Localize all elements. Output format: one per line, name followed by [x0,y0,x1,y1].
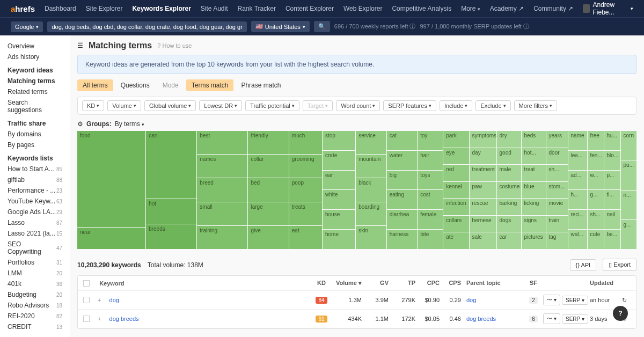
treemap-cell[interactable]: poop [289,178,322,201]
treemap-cell[interactable]: breeds [146,224,196,249]
treemap-cell[interactable]: near [77,228,145,250]
treemap-cell[interactable]: much [289,131,322,154]
treemap-cell[interactable]: g... [588,190,604,209]
treemap-cell[interactable]: boarding [356,202,386,225]
sidebar-list-item[interactable]: Google Ads LA...29 [0,207,70,217]
treemap-cell[interactable]: stop [323,131,355,150]
th-parent-topic[interactable]: Parent topic [461,280,525,287]
treemap-cell[interactable]: stom... [546,182,568,199]
treemap-cell[interactable]: infection [443,199,469,215]
sidebar-list-item[interactable]: Robo Advisors18 [0,300,70,311]
treemap-cell[interactable]: barking [497,199,521,215]
treemap-cell[interactable]: good [497,148,521,165]
treemap-cell[interactable]: training [197,226,247,249]
treemap-cell[interactable]: large [248,202,288,225]
expand-icon[interactable]: + [98,316,101,322]
filter-kd[interactable]: KD ▾ [82,100,104,111]
nav-keywords-explorer[interactable]: Keywords Explorer [132,5,191,12]
treemap-cell[interactable]: collars [443,216,469,232]
filter-global-volume[interactable]: Global volume ▾ [144,100,196,111]
treemap-cell[interactable]: ear [323,171,355,190]
select-all-checkbox[interactable] [83,280,90,287]
treemap-cell[interactable]: eye [443,148,469,165]
sidebar-list-item[interactable]: REI-202082 [0,311,70,321]
sidebar-by-pages[interactable]: By pages [0,140,70,150]
sidebar-list-item[interactable]: LMM20 [0,268,70,279]
filter-target[interactable]: Target ▾ [303,100,333,111]
treemap-cell[interactable]: lea... [568,151,587,170]
nav-site-explorer[interactable]: Site Explorer [86,5,123,12]
sidebar-list-item[interactable]: Lasso 2021 (la...15 [0,228,70,239]
treemap-cell[interactable]: harness [387,230,418,249]
th-sf[interactable]: SF [525,280,541,287]
how-to-use[interactable]: ? How to use [157,42,192,49]
treemap-cell[interactable]: wal... [568,230,587,249]
keyword-link[interactable]: dog breeds [109,316,139,322]
serp-button[interactable]: SERP ▾ [562,296,588,305]
treemap-cell[interactable]: toys [418,171,443,190]
treemap-cell[interactable]: free [588,131,604,150]
treemap-cell[interactable]: train [546,216,568,232]
treemap-cell[interactable]: be... [604,230,620,249]
treemap-cell[interactable]: toy [418,131,443,150]
treemap-cell[interactable]: licking [522,199,546,215]
th-gv[interactable]: GV [362,280,389,287]
filter-exclude[interactable]: Exclude ▾ [475,100,510,111]
expand-icon[interactable]: + [98,297,101,303]
parent-topic-link[interactable]: dog [466,297,476,303]
th-cps[interactable]: CPS [440,280,461,287]
treemap-cell[interactable]: nail [604,210,620,229]
treemap-cell[interactable]: pictures [522,232,546,249]
sidebar-list-item[interactable]: CREDIT13 [0,321,70,332]
treemap-cell[interactable]: friendly [248,131,288,154]
treemap-cell[interactable]: dogs [497,216,521,232]
treemap-cell[interactable]: mountain [356,155,386,178]
treemap-cell[interactable]: blo... [604,151,620,170]
sidebar-list-item[interactable]: SEO Copywriting47 [0,239,70,257]
treemap-cell[interactable]: fen... [588,151,604,170]
nav-web-explorer[interactable]: Web Explorer [343,5,382,12]
treemap-cell[interactable]: movie [546,199,568,215]
sidebar-list-item[interactable]: How to Start A...85 [0,164,70,174]
trend-button[interactable]: 〜 ▾ [543,295,560,305]
groups-icon[interactable]: ⚙ [77,120,83,128]
sidebar-related-terms[interactable]: Related terms [0,86,70,97]
treemap-cell[interactable]: eat [289,226,322,249]
treemap-cell[interactable]: diarrhea [387,210,418,229]
sidebar-ads-history[interactable]: Ads history [0,52,70,62]
export-button[interactable]: ▯ Export [603,259,636,271]
treemap-cell[interactable]: blue [522,182,546,199]
treemap-cell[interactable]: h... [568,190,587,209]
treemap-cell[interactable]: ad... [568,171,587,190]
treemap-cell[interactable]: years [546,131,568,148]
treemap-cell[interactable]: eating [387,190,418,209]
sidebar-overview[interactable]: Overview [0,41,70,52]
treemap-cell[interactable]: cost [418,190,443,209]
th-volume[interactable]: Volume ▾ [332,280,362,287]
hamburger-icon[interactable]: ☰ [77,42,83,49]
nav-academy[interactable]: Academy ↗ [490,5,524,12]
treemap-cell[interactable]: breed [197,178,247,201]
treemap-cell[interactable]: treats [289,202,322,225]
tab-phrase-match[interactable]: Phrase match [236,79,286,91]
treemap-cell[interactable]: home [323,230,355,249]
treemap-cell[interactable]: tag [546,232,568,249]
treemap-cell[interactable]: bite [418,230,443,249]
treemap-cell[interactable]: g... [621,220,636,249]
treemap-cell[interactable]: reci... [568,210,587,229]
treemap-cell[interactable]: p... [604,171,620,190]
serp-button[interactable]: SERP ▾ [562,314,588,324]
treemap-cell[interactable]: signs [522,216,546,232]
filter-word-count[interactable]: Word count ▾ [336,100,380,111]
nav-more[interactable]: More ▾ [461,5,480,12]
logo[interactable]: ahrefs [11,4,35,13]
treemap-cell[interactable]: crate [323,151,355,170]
country-select[interactable]: 🇺🇸 United States ▾ [251,21,310,32]
treemap-cell[interactable]: sh... [588,210,604,229]
sf-badge[interactable]: 6 [529,316,538,323]
treemap-cell[interactable]: name [568,131,587,150]
treemap-cell[interactable]: big [387,171,418,190]
treemap-cell[interactable]: kennel [443,182,469,199]
sidebar-list-item[interactable]: giftlab88 [0,174,70,185]
treemap-cell[interactable]: w... [588,171,604,190]
